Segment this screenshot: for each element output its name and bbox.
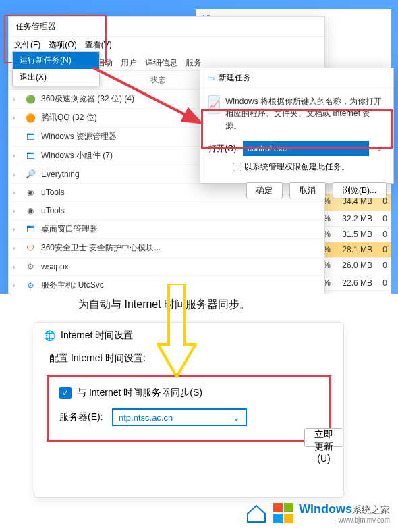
ok-button[interactable]: 确定 <box>246 182 283 198</box>
expand-chevron-icon[interactable]: › <box>13 95 20 103</box>
windows-logo-icon <box>273 503 293 523</box>
process-name: 桌面窗口管理器 <box>41 223 320 235</box>
stats-disk: 0 <box>372 245 387 255</box>
sync-checkbox[interactable]: ✓ <box>59 387 72 399</box>
admin-checkbox[interactable] <box>233 163 241 171</box>
process-row[interactable]: ›⚙wsappx <box>9 258 324 276</box>
dialog-title-text: 新建任务 <box>219 72 251 84</box>
expand-chevron-icon[interactable]: › <box>13 152 20 159</box>
process-row[interactable]: ›🛡360安全卫士 安全防护中心模块... <box>9 239 324 258</box>
stats-mem: 26.0 MB <box>331 261 372 272</box>
process-name: 360安全卫士 安全防护中心模块... <box>41 242 320 254</box>
window-title: 任务管理器 <box>9 17 324 37</box>
stats-mem: 31.5 MB <box>331 230 372 239</box>
dialog-title: ▭ 新建任务 <box>200 68 393 88</box>
process-icon: ◉ <box>25 205 36 216</box>
browse-button[interactable]: 浏览(B)... <box>333 182 387 198</box>
internet-time-window: 🌐 Internet 时间设置 配置 Internet 时间设置: ✓ 与 In… <box>34 322 344 498</box>
sync-checkbox-label: 与 Internet 时间服务器同步(S) <box>77 387 202 399</box>
menu-item-run-new-task[interactable]: 运行新任务(N) <box>13 52 99 69</box>
window-icon: ▭ <box>207 74 215 83</box>
cancel-button[interactable]: 取消 <box>289 182 326 198</box>
col-status[interactable]: 状态 <box>150 75 165 85</box>
expand-chevron-icon[interactable]: › <box>13 207 20 215</box>
process-row[interactable]: ›🗔桌面窗口管理器 <box>9 220 324 239</box>
expand-chevron-icon[interactable]: › <box>13 244 20 252</box>
tab-users[interactable]: 用户 <box>121 57 137 69</box>
stats-mem: 22.6 MB <box>331 278 372 288</box>
process-name: wsappx <box>41 262 320 271</box>
server-value: ntp.ntsc.ac.cn <box>119 413 173 423</box>
annotation-red-box-settings: ✓ 与 Internet 时间服务器同步(S) 服务器(E): ntp.ntsc… <box>47 375 331 442</box>
process-icon: 🗔 <box>25 224 36 235</box>
run-description: Windows 将根据你所键入的名称，为你打开相应的程序、文件夹、文档或 Int… <box>225 95 385 132</box>
process-icon: 🔎 <box>25 169 36 180</box>
run-new-task-dialog: ▭ 新建任务 📈 Windows 将根据你所键入的名称，为你打开相应的程序、文件… <box>200 68 394 184</box>
internet-time-title: Internet 时间设置 <box>61 329 133 342</box>
menu-view[interactable]: 查看(V) <box>85 39 112 51</box>
process-name: 服务主机: UtcSvc <box>41 280 320 291</box>
file-menu-dropdown: 运行新任务(N) 退出(X) <box>12 51 100 86</box>
expand-chevron-icon[interactable]: › <box>13 282 20 289</box>
expand-chevron-icon[interactable]: › <box>13 225 20 233</box>
tab-details[interactable]: 详细信息 <box>145 57 177 69</box>
logo-url: www.bjmlmv.com <box>299 516 390 524</box>
expand-chevron-icon[interactable]: › <box>13 114 20 122</box>
logo-sub: 系统之家 <box>352 504 390 515</box>
process-icon: 🟠 <box>25 113 36 124</box>
admin-label: 以系统管理权限创建此任务。 <box>244 161 349 173</box>
process-icon: ⚙ <box>25 261 36 272</box>
server-combobox[interactable]: ntp.ntsc.ac.cn ⌄ <box>112 408 247 426</box>
expand-chevron-icon[interactable]: › <box>13 263 20 271</box>
process-icon: 🗔 <box>25 132 36 142</box>
process-icon: 🗔 <box>25 151 36 161</box>
globe-icon: 🌐 <box>44 330 55 341</box>
stats-disk: 0 <box>372 261 387 272</box>
process-icon: ◉ <box>25 187 36 198</box>
stats-mem: 28.1 MB <box>331 245 372 255</box>
logo-brand: Windows <box>299 502 352 516</box>
server-label: 服务器(E): <box>59 411 107 423</box>
process-name: uTools <box>41 206 320 215</box>
process-icon: ⚙ <box>25 280 36 291</box>
run-icon: 📈 <box>208 95 220 114</box>
process-icon: 🟢 <box>25 94 36 105</box>
lower-section: 为自动与 Internet 时间服务器同步。 🌐 Internet 时间设置 配… <box>0 294 398 532</box>
dropdown-chevron-icon[interactable]: ⌄ <box>373 144 385 153</box>
chevron-down-icon: ⌄ <box>233 413 240 423</box>
menu-item-exit[interactable]: 退出(X) <box>13 69 99 86</box>
stats-mem: 32.2 MB <box>331 214 372 223</box>
menu-options[interactable]: 选项(O) <box>49 39 76 51</box>
update-now-button[interactable]: 立即更新(U) <box>304 428 343 447</box>
menu-file[interactable]: 文件(F) <box>14 39 40 51</box>
site-logo: Windows系统之家 www.bjmlmv.com <box>245 502 390 524</box>
open-input[interactable] <box>243 141 369 156</box>
process-row[interactable]: ›⚙服务主机: UtcSvc <box>9 276 324 295</box>
expand-chevron-icon[interactable]: › <box>13 189 20 196</box>
house-icon <box>245 503 268 523</box>
stats-disk: 0 <box>372 230 387 239</box>
open-label: 打开(O): <box>208 143 239 155</box>
expand-chevron-icon[interactable]: › <box>13 171 20 178</box>
stats-disk: 0 <box>372 214 387 223</box>
internet-time-subtitle: 配置 Internet 时间设置: <box>34 348 343 371</box>
stats-disk: 0 <box>372 278 387 288</box>
sync-heading-fragment: 为自动与 Internet 时间服务器同步。 <box>78 298 250 312</box>
process-icon: 🛡 <box>25 243 36 254</box>
